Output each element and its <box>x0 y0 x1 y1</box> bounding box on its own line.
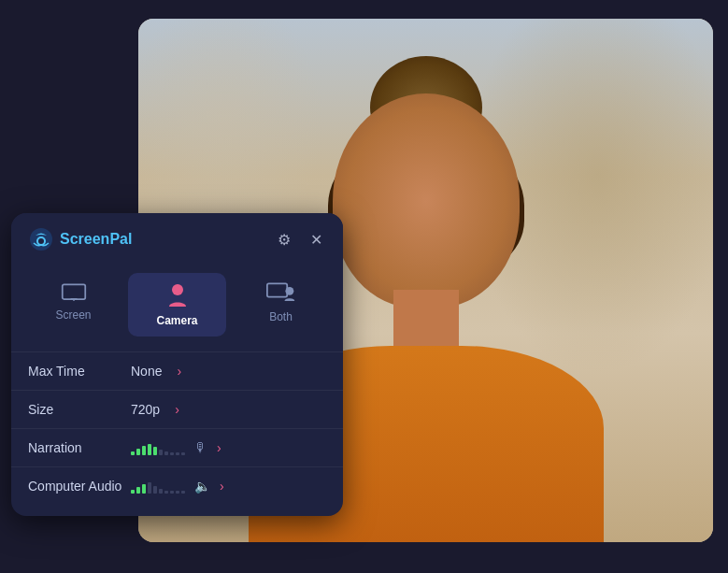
audio-bar-2 <box>142 484 146 494</box>
narration-label: Narration <box>28 440 131 455</box>
audio-bar-0 <box>131 451 135 455</box>
brand-screen: Screen <box>60 231 109 247</box>
screen-icon <box>61 282 87 303</box>
audio-bar-7 <box>170 491 174 494</box>
audio-bar-6 <box>164 451 168 455</box>
size-value: 720p <box>131 402 165 417</box>
audio-bar-7 <box>170 452 174 455</box>
size-chevron: › <box>175 402 179 417</box>
settings-section: Max Time None › Size 720p › Narration <box>11 348 343 516</box>
audio-bar-6 <box>164 491 168 494</box>
narration-bars <box>131 440 185 455</box>
audio-bar-9 <box>181 452 185 455</box>
audio-bar-8 <box>176 452 179 455</box>
speaker-icon: 🔈 <box>194 479 210 494</box>
svg-point-8 <box>285 287 293 295</box>
computer-audio-bars <box>131 479 185 494</box>
brand: ScreenPal <box>28 226 132 252</box>
computer-audio-group: 🔈 › <box>131 479 224 494</box>
close-button[interactable]: ✕ <box>306 229 326 250</box>
brand-pal: Pal <box>109 231 132 247</box>
size-row[interactable]: Size 720p › <box>11 390 343 428</box>
main-scene: ScreenPal ⚙ ✕ Screen <box>0 0 728 573</box>
tab-both[interactable]: Both <box>232 273 330 337</box>
svg-rect-3 <box>62 284 85 299</box>
tab-camera-label: Camera <box>156 314 197 327</box>
header-icons: ⚙ ✕ <box>274 229 326 250</box>
face <box>333 93 520 308</box>
tab-screen-label: Screen <box>55 308 91 322</box>
svg-point-6 <box>172 284 183 295</box>
svg-point-2 <box>38 238 44 244</box>
audio-bar-8 <box>176 491 179 494</box>
both-icon <box>266 282 296 305</box>
computer-audio-chevron: › <box>220 479 224 494</box>
audio-bar-1 <box>136 487 140 494</box>
max-time-row[interactable]: Max Time None › <box>11 351 343 390</box>
max-time-label: Max Time <box>28 364 131 379</box>
tab-screen[interactable]: Screen <box>24 273 122 337</box>
panel-header: ScreenPal ⚙ ✕ <box>11 213 343 265</box>
narration-audio-group: 🎙 › <box>131 440 221 455</box>
audio-bar-4 <box>153 447 157 455</box>
computer-audio-row[interactable]: Computer Audio 🔈 › <box>11 466 343 505</box>
computer-audio-label: Computer Audio <box>28 479 131 494</box>
max-time-chevron: › <box>177 364 181 379</box>
audio-bar-5 <box>159 489 163 494</box>
screenpal-panel: ScreenPal ⚙ ✕ Screen <box>11 213 343 516</box>
max-time-value-group: None › <box>131 364 181 379</box>
audio-bar-1 <box>136 449 140 455</box>
mic-icon: 🎙 <box>194 440 207 455</box>
tab-camera[interactable]: Camera <box>128 273 226 337</box>
brand-logo-icon <box>28 226 54 252</box>
camera-person-icon <box>166 282 189 308</box>
size-label: Size <box>28 402 131 417</box>
recording-mode-tabs: Screen Camera Both <box>11 265 343 348</box>
brand-name: ScreenPal <box>60 231 132 248</box>
max-time-value: None <box>131 364 167 379</box>
audio-bar-9 <box>181 491 185 494</box>
audio-bar-3 <box>148 482 151 494</box>
audio-bar-3 <box>148 444 151 455</box>
settings-button[interactable]: ⚙ <box>274 229 294 250</box>
narration-row[interactable]: Narration 🎙 › <box>11 428 343 466</box>
narration-chevron: › <box>217 440 221 455</box>
size-value-group: 720p › <box>131 402 179 417</box>
audio-bar-4 <box>153 486 157 494</box>
tab-both-label: Both <box>269 310 293 323</box>
svg-rect-7 <box>266 283 286 296</box>
audio-bar-2 <box>142 446 146 455</box>
audio-bar-5 <box>159 450 163 455</box>
audio-bar-0 <box>131 490 135 494</box>
